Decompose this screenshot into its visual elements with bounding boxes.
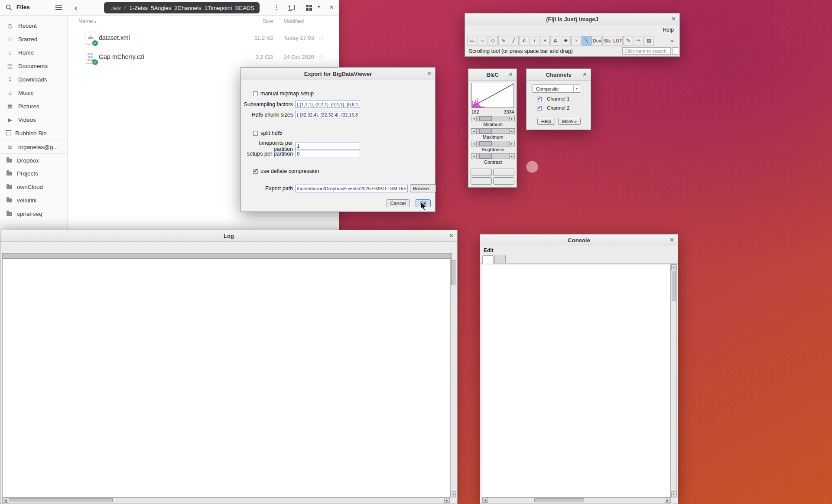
channel-1-checkbox[interactable] [537, 97, 542, 101]
pencil-tool[interactable]: ✎ [623, 36, 633, 46]
star-icon[interactable] [318, 34, 324, 42]
sidebar-item[interactable]: ✉ organelas@g... [0, 140, 67, 153]
slider-thumb[interactable] [479, 116, 492, 121]
slider-track[interactable] [477, 128, 509, 134]
back-button[interactable]: ‹ [75, 3, 77, 13]
imagej-titlebar[interactable]: (Fiji Is Just) ImageJ × [465, 13, 679, 25]
polygon-tool[interactable]: ◇ [488, 36, 498, 46]
menu-item[interactable] [482, 29, 490, 31]
kebab-menu-icon[interactable]: ⋮ [273, 3, 280, 11]
log-text-area[interactable] [2, 259, 450, 497]
console-text-area[interactable] [482, 264, 671, 497]
cancel-button[interactable]: Cancel [387, 199, 410, 207]
channels-titlebar[interactable]: Channels × [526, 69, 591, 81]
wand-tool[interactable]: ∗ [540, 36, 550, 46]
scroll-up-icon[interactable]: ▲ [671, 264, 676, 270]
more-button[interactable]: More » [558, 118, 581, 125]
slider-thumb[interactable] [479, 141, 492, 146]
sidebar-item[interactable]: ▶ Videos [0, 113, 67, 127]
console-horizontal-scrollbar[interactable]: ◀ ▶ [482, 497, 671, 503]
chevron-down-icon[interactable]: ▾ [573, 85, 580, 92]
segmented-line-tool[interactable]: ∠ [519, 36, 529, 46]
point-tool[interactable]: + [530, 36, 540, 46]
zoom-tool[interactable]: ⊕ [561, 36, 571, 46]
slider[interactable]: ◂ ▸ [471, 153, 515, 159]
bc-button[interactable] [493, 177, 514, 185]
lut-tool[interactable]: LUT [613, 36, 623, 46]
sidebar-item[interactable]: ☆ Starred [0, 33, 67, 46]
chunk-sizes-input[interactable] [295, 111, 360, 118]
slider-right-arrow-icon[interactable]: ▸ [509, 128, 515, 134]
menu-item-edit[interactable]: Edit [484, 247, 494, 254]
console-tab[interactable] [494, 255, 506, 263]
menu-item[interactable] [474, 29, 482, 31]
slider-right-arrow-icon[interactable]: ▸ [509, 153, 515, 159]
browse-button[interactable]: Browse... [410, 184, 436, 192]
scroll-left-icon[interactable]: ◀ [3, 498, 8, 503]
menu-item[interactable] [514, 29, 521, 31]
dev-tool[interactable]: Dev [592, 36, 602, 46]
hamburger-menu-icon[interactable] [55, 5, 62, 10]
more-tools-button[interactable]: » [667, 36, 677, 46]
close-icon[interactable]: × [672, 16, 676, 23]
help-button[interactable]: Help [537, 118, 555, 125]
rectangle-tool[interactable]: ▭ [467, 36, 477, 46]
export-path-input[interactable] [295, 185, 408, 192]
timepoints-input[interactable] [295, 143, 360, 150]
display-mode-select[interactable]: Composite ▾ [533, 85, 580, 93]
slider-right-arrow-icon[interactable]: ▸ [509, 141, 515, 146]
sidebar-item[interactable]: ◷ Recent [0, 19, 67, 33]
scrollbar-thumb[interactable] [451, 260, 455, 285]
search-icon[interactable] [6, 4, 12, 11]
menu-item[interactable] [10, 246, 18, 247]
bc-button[interactable] [471, 177, 492, 185]
breadcrumb-current[interactable]: 1-Zeiss_5Angles_2Channels_1Timepoint_BEA… [129, 5, 254, 11]
slider-left-arrow-icon[interactable]: ◂ [471, 141, 477, 146]
split-hdf5-checkbox[interactable] [253, 131, 258, 136]
sidebar-item[interactable]: ↧ Downloads [0, 73, 67, 86]
brush-tool[interactable]: ✏ [634, 36, 644, 46]
slider-track[interactable] [477, 141, 509, 146]
bc-button[interactable] [471, 169, 492, 176]
view-options-chevron-icon[interactable]: ▾ [318, 4, 320, 10]
sidebar-item[interactable]: ⌂ Home [0, 46, 67, 59]
column-size[interactable]: Size [231, 18, 273, 24]
deflate-checkbox[interactable] [253, 169, 258, 174]
sidebar-item[interactable]: Dropbox [0, 153, 67, 167]
file-row[interactable]: 0101 1011 0110 Gap-mCherry.czi 3.2 GB 14… [68, 48, 339, 67]
scrollbar-thumb[interactable] [672, 271, 676, 301]
slider[interactable]: ◂ ▸ [471, 128, 515, 134]
menu-item[interactable] [2, 246, 10, 247]
grid-view-icon[interactable] [306, 5, 312, 11]
slider-track[interactable] [477, 116, 509, 121]
slider-left-arrow-icon[interactable]: ◂ [471, 153, 477, 159]
sidebar-item[interactable]: vellutini [0, 194, 67, 207]
close-icon[interactable]: × [670, 237, 674, 244]
file-name[interactable]: Gap-mCherry.czi [99, 53, 144, 60]
log-horizontal-scrollbar[interactable]: ◀ ▶ [2, 497, 450, 503]
scroll-right-icon[interactable]: ▶ [665, 498, 670, 503]
slider-thumb[interactable] [479, 129, 492, 133]
setups-input[interactable] [295, 150, 360, 157]
scroll-left-icon[interactable]: ◀ [482, 498, 488, 503]
console-tab[interactable] [482, 255, 494, 263]
menu-item[interactable] [18, 246, 26, 247]
subsampling-input[interactable] [295, 101, 360, 108]
oval-tool[interactable]: ○ [478, 36, 488, 46]
scroll-down-icon[interactable]: ▼ [451, 491, 456, 497]
slider-left-arrow-icon[interactable]: ◂ [471, 128, 477, 134]
sidebar-item[interactable]: ownCloud [0, 180, 67, 194]
search-go-button[interactable] [672, 47, 678, 55]
scroll-down-icon[interactable]: ▼ [671, 491, 676, 497]
close-icon[interactable]: × [449, 232, 453, 239]
breadcrumb-parent[interactable]: ..iew [109, 5, 121, 11]
menu-item[interactable] [490, 29, 498, 31]
menu-item-help[interactable]: Help [659, 26, 678, 34]
sidebar-item[interactable]: Rubbish Bin [0, 127, 67, 140]
log-vertical-scrollbar[interactable]: ▼ [450, 259, 456, 497]
channel-2-checkbox[interactable] [537, 106, 542, 111]
sidebar-item[interactable]: spiral-seq [0, 207, 67, 221]
stack-tool[interactable]: Stk [602, 36, 612, 46]
text-tool[interactable]: A [550, 36, 560, 46]
bc-button[interactable] [493, 169, 514, 176]
